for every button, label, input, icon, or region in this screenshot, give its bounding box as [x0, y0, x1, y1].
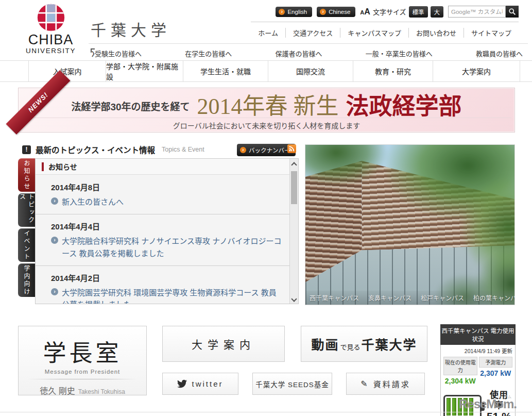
president-title: 学長室 — [19, 335, 146, 368]
font-size-icon: AA — [360, 7, 370, 16]
president-subtitle: Message from President — [19, 369, 146, 375]
news-item: 2014年4月8日 › 新入生の皆さんへ — [36, 175, 289, 214]
scrollbar-thumb[interactable] — [291, 171, 297, 204]
chiba-university-homepage: CHIBA UNIVERSITY 千葉大学 › English › Chines… — [0, 0, 532, 416]
main-nav: 入試案内 学部・大学院・附属施設 学生生活・就職 国際交流 教育・研究 大学案内 — [0, 60, 532, 82]
backnumber-button[interactable]: › バックナンバー — [237, 144, 296, 156]
current-power-value: 2,304 kW — [443, 377, 477, 385]
custom-search — [448, 6, 519, 18]
forecast-power-value: 2,307 kW — [479, 369, 513, 377]
fontsize-label: 文字サイズ — [373, 7, 406, 16]
president-card[interactable]: 学長室 Message from President 徳久 剛史Takeshi … — [18, 326, 147, 395]
campus-caption-bar: 西千葉キャンパス 亥鼻キャンパス 松戸キャンパス 柏の葉キャンパス — [305, 291, 514, 305]
arrow-circle-icon: › — [320, 9, 326, 15]
fontsize-large-button[interactable]: 大 — [431, 6, 444, 18]
resemom-ruby: リセマム — [495, 394, 512, 399]
forecast-power-column: 予測電力 2,307 kW — [479, 357, 513, 385]
news-link[interactable]: › 新入生の皆さんへ — [51, 196, 282, 208]
current-power-column: 現在の使用電力 2,304 kW — [443, 357, 477, 385]
arrow-circle-icon: › — [279, 9, 285, 15]
tab-internal[interactable]: 学内向け — [18, 263, 35, 297]
audnav-parents[interactable]: 〉保護者の皆様へ — [275, 48, 322, 58]
tab-topics[interactable]: トピックス — [18, 193, 35, 227]
utilnav-contact[interactable]: お問い合わせ — [408, 28, 464, 38]
campus-tab-matsudo[interactable]: 松戸キャンパス — [421, 293, 464, 302]
campus-photo: 西千葉キャンパス 亥鼻キャンパス 松戸キャンパス 柏の葉キャンパス — [305, 144, 515, 305]
news-banner[interactable]: 法経学部30年の歴史を経て 2014年春 新生 法政経学部 グローバル社会におい… — [18, 88, 515, 132]
rss-icon[interactable] — [287, 144, 296, 153]
utilnav-access[interactable]: 交通アクセス — [285, 28, 340, 38]
fontsize-control: AA 文字サイズ 標準 大 — [360, 6, 443, 18]
tab-oshirase[interactable]: お知らせ — [18, 158, 35, 192]
news-item: 2014年4月4日 › 大学院融合科学研究科 ナノサイエンス専攻 ナノバイオロジ… — [36, 214, 289, 266]
campus-tab-kashiwanoha[interactable]: 柏の葉キャンパス — [473, 293, 515, 302]
nav-student-life[interactable]: 学生生活・就職 — [183, 61, 268, 81]
logo-text-chiba: CHIBA — [19, 33, 83, 47]
nav-international[interactable]: 国際交流 — [268, 61, 353, 81]
nav-about[interactable]: 大学案内 — [433, 61, 520, 81]
news-link[interactable]: › 大学院融合科学研究科 ナノサイエンス専攻 ナノバイオロジーコース 教員公募を… — [51, 235, 282, 259]
scroll-up-icon[interactable] — [291, 162, 297, 168]
twitter-button[interactable]: twitter — [162, 373, 238, 395]
seeds-fund-button[interactable]: 千葉大学 SEEDS基金 — [252, 373, 332, 395]
red-bar-decoration — [42, 162, 44, 171]
power-updated-timestamp: 2014/4/9 11:49 更新 — [443, 347, 512, 355]
resemom-watermark: リセマム ReseMom. — [459, 397, 517, 411]
news-item: 2014年4月2日 › 大学院園芸学研究科 環境園芸学専攻 生物資源科学コース … — [36, 266, 289, 304]
twitter-bird-icon — [177, 379, 187, 389]
president-name-en: Takeshi Tokuhisa — [78, 388, 125, 395]
university-guide-button[interactable]: 大学案内 — [162, 326, 285, 362]
news-tab-list: お知らせ トピックス イベント 学内向け — [18, 158, 35, 297]
topics-subtitle-en: Topics & Event — [162, 146, 204, 153]
video-button[interactable]: 動画 で見る 千葉大学 — [301, 326, 427, 362]
news-date: 2014年4月8日 — [51, 181, 282, 192]
search-input[interactable] — [448, 6, 506, 18]
current-power-label: 現在の使用電力 — [443, 357, 477, 375]
forecast-power-label: 予測電力 — [479, 357, 513, 368]
utilnav-home[interactable]: ホーム — [251, 28, 285, 38]
news-list: 2014年4月8日 › 新入生の皆さんへ 2014年4月4日 › 大学院融合科学… — [36, 175, 289, 304]
search-icon — [508, 8, 516, 15]
arrow-circle-icon: › — [51, 237, 58, 244]
arrow-circle-icon: › — [240, 147, 246, 153]
arrow-circle-icon: › — [51, 197, 58, 205]
chevron-right-icon: 〉 — [91, 48, 95, 53]
audnav-faculty[interactable]: 〉教職員の皆様へ — [476, 48, 523, 58]
divider — [28, 379, 137, 379]
scroll-down-icon[interactable] — [291, 296, 297, 302]
banner-title-red: 法政経学部 — [346, 88, 462, 121]
fontsize-standard-button[interactable]: 標準 — [409, 6, 428, 18]
utilnav-sitemap[interactable]: サイトマップ — [464, 28, 519, 38]
news-scrollbar[interactable] — [289, 159, 298, 304]
nav-education-research[interactable]: 教育・研究 — [353, 61, 433, 81]
audience-nav: 〉受験生の皆様へ 〉在学生の皆様へ 〉保護者の皆様へ 〉一般・卒業生の皆様へ 〉… — [89, 43, 528, 58]
university-logo[interactable]: CHIBA UNIVERSITY — [19, 3, 83, 55]
material-request-button[interactable]: ✎ 資料請求 — [346, 373, 425, 395]
tab-events[interactable]: イベント — [18, 228, 35, 262]
campus-tab-inohana[interactable]: 亥鼻キャンパス — [368, 293, 411, 302]
arrow-circle-icon: › — [51, 288, 58, 295]
campus-tab-nishichiba[interactable]: 西千葉キャンパス — [310, 293, 359, 302]
english-button[interactable]: › English — [276, 7, 312, 17]
president-name: 徳久 剛史Takeshi Tokuhisa — [19, 384, 146, 396]
news-date: 2014年4月2日 — [51, 272, 282, 283]
utilnav-campus-map[interactable]: キャンパスマップ — [340, 28, 408, 38]
news-panel-header: お知らせ — [36, 159, 298, 175]
divider — [0, 412, 532, 412]
audnav-alumni[interactable]: 〉一般・卒業生の皆様へ — [366, 48, 433, 58]
chinese-button[interactable]: › Chinese — [317, 7, 355, 17]
news-date: 2014年4月4日 — [51, 221, 282, 231]
news-link[interactable]: › 大学院園芸学研究科 環境園芸学専攻 生物資源科学コース 教員公募を掲載しまし… — [51, 287, 282, 304]
nav-faculties[interactable]: 学部・大学院・附属施設 — [106, 61, 183, 81]
exclamation-icon: ! — [22, 145, 31, 154]
topics-title: 最新のトピックス・イベント情報 — [36, 144, 155, 155]
banner-title-gold: 2014年春 新生 — [197, 88, 339, 121]
search-button[interactable] — [506, 6, 519, 18]
banner-subtitle: グローバル社会において未来を切り拓く人材を育成します — [22, 118, 511, 130]
audnav-current-students[interactable]: 〉在学生の皆様へ — [185, 48, 232, 58]
news-panel: お知らせ 2014年4月8日 › 新入生の皆さんへ 2014年4月4日 › 大学… — [35, 158, 299, 304]
audnav-prospective[interactable]: 〉受験生の皆様へ — [95, 48, 142, 58]
power-widget-header: 西千葉キャンパス 電力使用状況 — [440, 324, 516, 345]
pencil-icon: ✎ — [361, 379, 369, 389]
news-panel-title: お知らせ — [48, 161, 77, 172]
